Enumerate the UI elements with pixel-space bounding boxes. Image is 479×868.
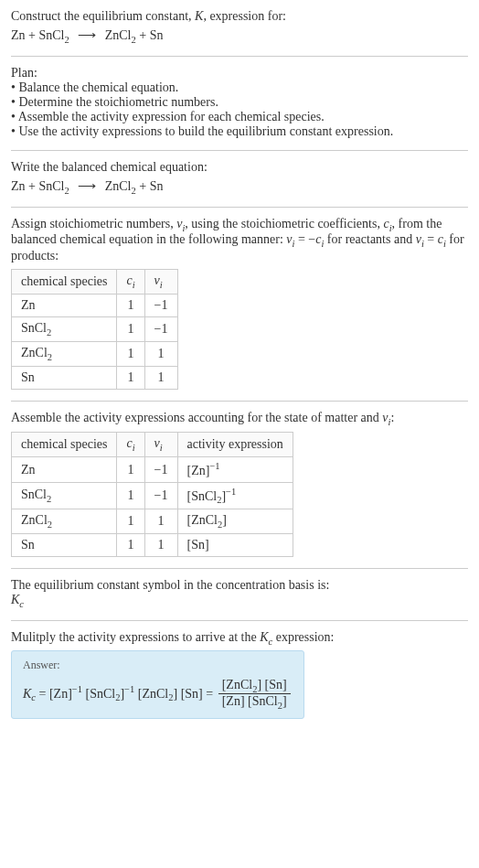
activity-table: chemical species ci νi activity expressi… <box>11 432 293 557</box>
plan-item: Assemble the activity expression for eac… <box>11 110 468 124</box>
plan-item: Balance the chemical equation. <box>11 80 468 95</box>
kc-k: K <box>11 593 19 606</box>
eq-sn: Sn <box>150 28 164 42</box>
intro-line: Construct the equilibrium constant, K, e… <box>11 9 468 24</box>
table-row: Sn 1 1 <box>12 366 178 389</box>
ans-den: [Zn] [SnCl2] <box>218 694 291 711</box>
ans-t3a: [ZnCl <box>138 686 168 700</box>
cell-nui: −1 <box>144 457 177 483</box>
cell-activity: [SnCl2]−1 <box>177 482 293 509</box>
act-base: [Zn] <box>187 464 210 477</box>
table-row: Zn 1 −1 [Zn]−1 <box>12 457 293 483</box>
cell-ci: 1 <box>117 341 144 366</box>
act-exp: −1 <box>209 461 219 471</box>
act-base: [Sn] <box>187 538 209 552</box>
cell-species: Zn <box>12 294 117 316</box>
table-row: ZnCl2 1 1 [ZnCl2] <box>12 509 293 534</box>
kc-symbol: Kc <box>11 593 468 609</box>
ci-sub: i <box>133 280 135 290</box>
eq-sncl-sub: 2 <box>64 35 69 45</box>
rel2-eq: = <box>424 232 438 246</box>
species-text: ZnCl <box>21 346 48 359</box>
cell-nui: −1 <box>144 482 177 509</box>
species-sub: 2 <box>48 520 52 530</box>
species-text: SnCl <box>21 321 47 335</box>
eq-sncl: SnCl <box>38 179 64 193</box>
divider <box>11 56 468 57</box>
eq-sn: Sn <box>150 179 164 193</box>
divider <box>11 568 468 569</box>
ans-t1: [Zn] <box>49 686 72 700</box>
species-text: Sn <box>21 538 35 552</box>
divider <box>11 620 468 621</box>
num-b: ] [Sn] <box>257 678 286 691</box>
eq-zn: Zn <box>11 28 26 42</box>
activity-title-b: : <box>390 411 394 424</box>
activity-title-a: Assemble the activity expressions accoun… <box>11 411 382 424</box>
ans-fraction: [ZnCl2] [Sn][Zn] [SnCl2] <box>218 678 291 712</box>
eq-zn: Zn <box>11 179 26 193</box>
ans-t4: [Sn] <box>181 686 203 700</box>
cell-ci: 1 <box>117 509 144 534</box>
stoich-table: chemical species ci νi Zn 1 −1 SnCl2 1 −… <box>11 269 178 389</box>
species-sub: 2 <box>48 352 52 362</box>
col-activity: activity expression <box>177 433 293 457</box>
eq-zncl: ZnCl <box>105 28 132 42</box>
cell-species: ZnCl2 <box>12 509 117 534</box>
K-symbol: K <box>195 9 203 23</box>
ans-t1-exp: −1 <box>72 684 82 694</box>
table-header-row: chemical species ci νi <box>12 270 178 295</box>
plan-item: Use the activity expressions to build th… <box>11 124 468 139</box>
kc-sub: c <box>19 599 24 609</box>
ans-eq2: = <box>203 686 217 700</box>
stoich-text-a: Assign stoichiometric numbers, <box>11 217 176 230</box>
answer-label: Answer: <box>23 659 293 672</box>
act-base: [ZnCl <box>187 513 218 527</box>
divider <box>11 207 468 208</box>
multiply-b: expression: <box>272 630 334 644</box>
table-row: ZnCl2 1 1 <box>12 341 178 366</box>
num-a: [ZnCl <box>222 678 252 691</box>
cell-species: Sn <box>12 366 117 389</box>
stoich-section: Assign stoichiometric numbers, νi, using… <box>11 217 468 390</box>
cell-ci: 1 <box>117 294 144 316</box>
cell-activity: [ZnCl2] <box>177 509 293 534</box>
ans-t2a: [SnCl <box>85 686 115 700</box>
col-nui: νi <box>144 270 177 295</box>
answer-equation: Kc = [Zn]−1 [SnCl2]−1 [ZnCl2] [Sn] = [Zn… <box>23 678 293 712</box>
col-ci: ci <box>117 433 144 457</box>
species-sub: 2 <box>47 494 51 504</box>
multiply-section: Mulitply the activity expressions to arr… <box>11 630 468 719</box>
cell-ci: 1 <box>117 457 144 483</box>
eq-plus2: + <box>136 179 150 193</box>
eq-plus: + <box>26 179 39 193</box>
ci-sub: i <box>133 443 135 453</box>
species-text: Zn <box>21 463 36 477</box>
plan-section: Plan: Balance the chemical equation. Det… <box>11 66 468 139</box>
ans-kc: K <box>23 686 31 700</box>
plan-list: Balance the chemical equation. Determine… <box>11 80 468 139</box>
balanced-title: Write the balanced chemical equation: <box>11 160 468 175</box>
plan-item: Determine the stoichiometric numbers. <box>11 95 468 110</box>
cell-ci: 1 <box>117 366 144 389</box>
cell-nui: −1 <box>144 294 177 316</box>
divider <box>11 401 468 402</box>
eq-plus2: + <box>136 28 150 42</box>
col-species: chemical species <box>12 270 117 295</box>
ans-eq: = <box>36 686 49 700</box>
balanced-section: Write the balanced chemical equation: Zn… <box>11 160 468 196</box>
table-row: Zn 1 −1 <box>12 294 178 316</box>
cell-nui: 1 <box>144 341 177 366</box>
ans-t2-exp: −1 <box>124 684 134 694</box>
cell-species: Sn <box>12 534 117 557</box>
intro-text: Construct the equilibrium constant, <box>11 9 195 23</box>
den-a: [Zn] [SnCl <box>222 694 278 708</box>
act-base: [SnCl <box>187 488 218 502</box>
cell-species: SnCl2 <box>12 316 117 341</box>
intro-equation: Zn + SnCl2 ⟶ ZnCl2 + Sn <box>11 27 468 45</box>
eq-sncl: SnCl <box>38 28 64 42</box>
table-row: SnCl2 1 −1 <box>12 316 178 341</box>
symbol-section: The equilibrium constant symbol in the c… <box>11 578 468 609</box>
eq-sncl-sub: 2 <box>64 186 69 196</box>
den-b: ] <box>282 694 287 708</box>
